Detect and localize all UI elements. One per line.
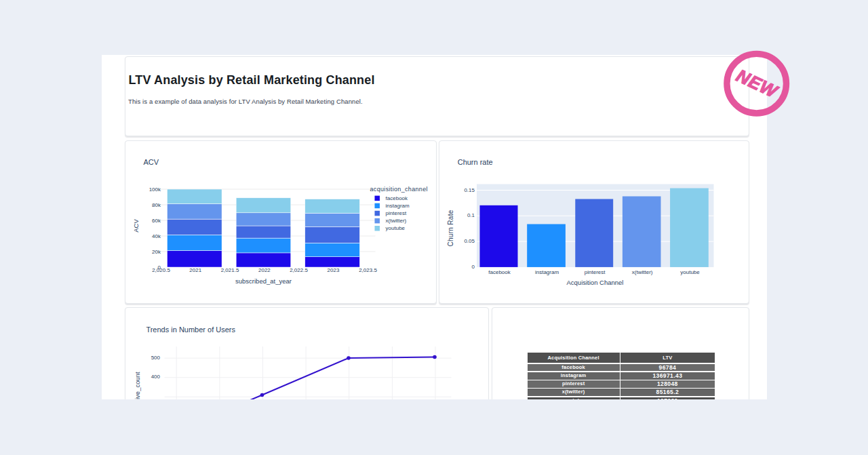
svg-text:youtube: youtube [385,224,405,231]
svg-text:80k: 80k [152,201,161,207]
svg-text:youtube: youtube [680,269,700,275]
svg-text:2021: 2021 [189,267,201,273]
svg-text:0: 0 [471,263,475,269]
svg-text:0.15: 0.15 [464,186,475,193]
svg-text:ACV: ACV [132,218,139,232]
svg-text:0.05: 0.05 [464,238,475,244]
svg-text:20k: 20k [152,248,161,254]
svg-text:2,022.5: 2,022.5 [290,267,308,273]
svg-text:subscribed_at_year: subscribed_at_year [235,277,292,284]
svg-text:500: 500 [151,354,160,360]
svg-text:instagram: instagram [534,269,558,275]
svg-text:Churn Rate: Churn Rate [447,210,454,246]
svg-text:Churn rate: Churn rate [457,157,492,165]
svg-text:acquisition_channel: acquisition_channel [370,186,427,193]
svg-text:2022: 2022 [258,267,271,273]
svg-text:2023: 2023 [327,267,339,273]
svg-text:Trends in Number of Users: Trends in Number of Users [146,325,235,334]
svg-text:x(twitter): x(twitter) [385,217,406,223]
svg-text:pinterest: pinterest [584,269,605,275]
svg-text:0.1: 0.1 [467,212,475,218]
svg-text:Acquisition Channel: Acquisition Channel [566,279,623,286]
svg-text:x(twitter): x(twitter) [631,269,652,275]
svg-text:2,020.5: 2,020.5 [152,267,170,273]
svg-text:400: 400 [151,374,160,380]
svg-text:60k: 60k [152,217,161,223]
svg-text:2,021.5: 2,021.5 [220,267,239,273]
svg-text:facebook: facebook [488,269,511,275]
svg-text:active_count: active_count [134,371,141,399]
svg-text:40k: 40k [152,233,161,239]
svg-text:facebook: facebook [385,195,408,201]
svg-text:NEW: NEW [733,65,782,102]
svg-text:100k: 100k [149,186,161,192]
svg-text:ACV: ACV [143,157,159,165]
svg-text:pinterest: pinterest [385,210,406,216]
svg-text:instagram: instagram [385,202,409,208]
svg-text:2,023.5: 2,023.5 [359,267,377,273]
